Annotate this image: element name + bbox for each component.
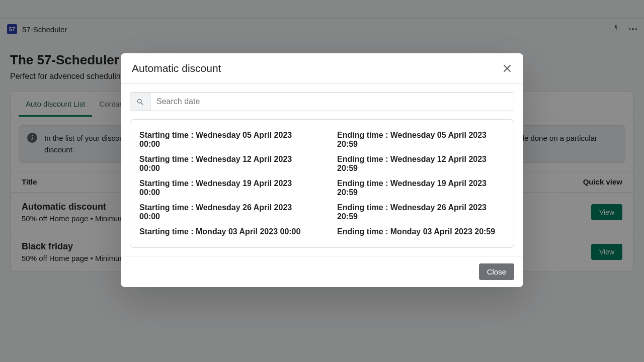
schedule-end: Ending time : Monday 03 April 2023 20:59 bbox=[337, 227, 505, 236]
search-input[interactable] bbox=[150, 93, 514, 111]
schedule-row: Starting time : Monday 03 April 2023 00:… bbox=[139, 224, 505, 239]
schedule-end: Ending time : Wednesday 26 April 2023 20… bbox=[337, 203, 505, 221]
schedule-start: Starting time : Wednesday 19 April 2023 … bbox=[139, 179, 307, 197]
schedule-start: Starting time : Wednesday 26 April 2023 … bbox=[139, 203, 307, 221]
schedule-start: Starting time : Monday 03 April 2023 00:… bbox=[139, 227, 307, 236]
schedule-row: Starting time : Wednesday 12 April 2023 … bbox=[139, 152, 505, 176]
schedule-row: Starting time : Wednesday 26 April 2023 … bbox=[139, 200, 505, 224]
schedule-box: Starting time : Wednesday 05 April 2023 … bbox=[130, 119, 514, 248]
close-icon[interactable] bbox=[502, 63, 512, 73]
search-icon bbox=[130, 93, 150, 111]
modal: Automatic discount Starting time : Wedne… bbox=[121, 53, 523, 287]
schedule-row: Starting time : Wednesday 05 April 2023 … bbox=[139, 128, 505, 152]
search-wrap bbox=[130, 92, 514, 111]
svg-line-1 bbox=[141, 103, 142, 104]
modal-overlay[interactable]: Automatic discount Starting time : Wedne… bbox=[0, 0, 644, 362]
close-button[interactable]: Close bbox=[479, 263, 514, 280]
schedule-start: Starting time : Wednesday 12 April 2023 … bbox=[139, 155, 307, 173]
schedule-end: Ending time : Wednesday 12 April 2023 20… bbox=[337, 155, 505, 173]
schedule-end: Ending time : Wednesday 05 April 2023 20… bbox=[337, 131, 505, 149]
modal-title: Automatic discount bbox=[132, 62, 221, 74]
svg-point-0 bbox=[138, 99, 142, 103]
schedule-row: Starting time : Wednesday 19 April 2023 … bbox=[139, 176, 505, 200]
schedule-end: Ending time : Wednesday 19 April 2023 20… bbox=[337, 179, 505, 197]
schedule-start: Starting time : Wednesday 05 April 2023 … bbox=[139, 131, 307, 149]
